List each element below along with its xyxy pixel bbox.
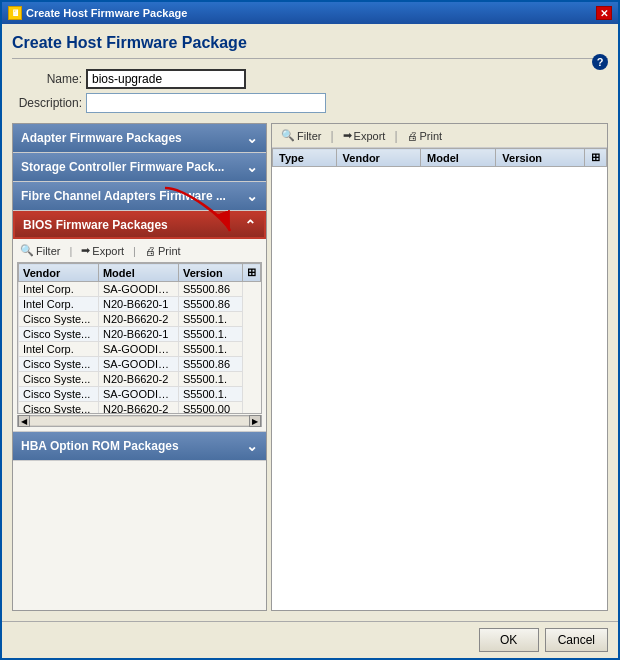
table-cell: Cisco Syste... — [19, 327, 99, 342]
name-row: Name: — [12, 69, 608, 89]
bios-content: 🔍 Filter | ➡ Export | 🖨 — [13, 239, 266, 431]
table-cell: SA-GOODING — [98, 357, 178, 372]
chevron-down-icon-fibre: ⌄ — [246, 189, 258, 203]
table-cell: N20-B6620-2 — [98, 312, 178, 327]
right-print-button[interactable]: 🖨 Print — [404, 129, 446, 143]
dialog-window: 🖥 Create Host Firmware Package ✕ Create … — [0, 0, 620, 660]
dialog-content: Create Host Firmware Package ? Name: Des… — [2, 24, 618, 621]
chevron-down-icon-storage: ⌄ — [246, 160, 258, 174]
name-input[interactable] — [86, 69, 246, 89]
table-cell: S5500.1. — [178, 342, 242, 357]
table-cell: S5500.1. — [178, 372, 242, 387]
accordion-header-storage[interactable]: Storage Controller Firmware Pack... ⌄ — [13, 153, 266, 181]
right-col-settings[interactable]: ⊞ — [585, 149, 607, 167]
table-cell: SA-GOODING — [98, 282, 178, 297]
export-icon: ➡ — [81, 244, 90, 257]
right-col-vendor: Vendor — [336, 149, 421, 167]
table-cell: Cisco Syste... — [19, 387, 99, 402]
ok-button[interactable]: OK — [479, 628, 539, 652]
chevron-up-icon-bios: ⌄ — [244, 218, 256, 232]
accordion-storage: Storage Controller Firmware Pack... ⌄ — [13, 153, 266, 182]
main-panels: Adapter Firmware Packages ⌄ Storage Cont… — [12, 123, 608, 611]
right-table-container: Type Vendor Model Version ⊞ — [272, 148, 607, 610]
bios-col-settings[interactable]: ⊞ — [243, 264, 261, 282]
table-cell: N20-B6620-2 — [98, 372, 178, 387]
right-filter-button[interactable]: 🔍 Filter — [278, 128, 324, 143]
table-cell: SA-GOODING — [98, 342, 178, 357]
accordion-header-hba[interactable]: HBA Option ROM Packages ⌄ — [13, 432, 266, 460]
bios-filter-button[interactable]: 🔍 Filter — [17, 243, 63, 258]
table-cell: Intel Corp. — [19, 342, 99, 357]
table-row[interactable]: Intel Corp.N20-B6620-1S5500.86 — [19, 297, 261, 312]
print-icon: 🖨 — [145, 245, 156, 257]
left-panel: Adapter Firmware Packages ⌄ Storage Cont… — [12, 123, 267, 611]
table-cell: SA-GOODING — [98, 387, 178, 402]
bios-export-button[interactable]: ➡ Export — [78, 243, 127, 258]
bios-col-vendor: Vendor — [19, 264, 99, 282]
right-panel: 🔍 Filter | ➡ Export | 🖨 Print — [271, 123, 608, 611]
bios-toolbar: 🔍 Filter | ➡ Export | 🖨 — [17, 243, 262, 258]
table-cell: Cisco Syste... — [19, 357, 99, 372]
accordion-header-bios[interactable]: BIOS Firmware Packages ⌄ — [13, 211, 266, 239]
right-filter-icon: 🔍 — [281, 129, 295, 142]
table-cell: S5500.00 — [178, 402, 242, 414]
scroll-track-horizontal — [30, 417, 249, 425]
dialog-footer: OK Cancel — [2, 621, 618, 658]
table-cell: S5500.86 — [178, 297, 242, 312]
bios-col-model: Model — [98, 264, 178, 282]
desc-row: Description: — [12, 93, 608, 113]
titlebar: 🖥 Create Host Firmware Package ✕ — [2, 2, 618, 24]
table-cell: N20-B6620-2 — [98, 402, 178, 414]
window-icon: 🖥 — [8, 6, 22, 20]
help-icon[interactable]: ? — [592, 54, 608, 70]
scroll-right-button[interactable]: ▶ — [249, 415, 261, 427]
table-cell: S5500.1. — [178, 387, 242, 402]
chevron-down-icon-adapter: ⌄ — [246, 131, 258, 145]
close-button[interactable]: ✕ — [596, 6, 612, 20]
bios-table: Vendor Model Version ⊞ Intel Corp.SA-GOO… — [18, 263, 261, 413]
table-cell: Cisco Syste... — [19, 312, 99, 327]
table-cell: S5500.86 — [178, 282, 242, 297]
name-label: Name: — [12, 72, 82, 86]
table-row[interactable]: Cisco Syste...N20-B6620-2S5500.1. — [19, 312, 261, 327]
accordion-header-fibre[interactable]: Fibre Channel Adapters Firmware ... ⌄ — [13, 182, 266, 210]
bios-print-button[interactable]: 🖨 Print — [142, 244, 184, 258]
table-cell: Intel Corp. — [19, 297, 99, 312]
dialog-title: Create Host Firmware Package — [12, 34, 608, 59]
filter-icon: 🔍 — [20, 244, 34, 257]
right-toolbar: 🔍 Filter | ➡ Export | 🖨 Print — [272, 124, 607, 148]
left-panel-scroll: Adapter Firmware Packages ⌄ Storage Cont… — [13, 124, 266, 610]
desc-input[interactable] — [86, 93, 326, 113]
accordion-header-adapter[interactable]: Adapter Firmware Packages ⌄ — [13, 124, 266, 152]
table-row[interactable]: Cisco Syste...N20-B6620-2S5500.1. — [19, 372, 261, 387]
accordion-label-bios: BIOS Firmware Packages — [23, 218, 168, 232]
table-row[interactable]: Cisco Syste...N20-B6620-1S5500.1. — [19, 327, 261, 342]
accordion-fibre: Fibre Channel Adapters Firmware ... ⌄ — [13, 182, 266, 211]
scroll-left-button[interactable]: ◀ — [18, 415, 30, 427]
table-row[interactable]: Cisco Syste...N20-B6620-2S5500.00 — [19, 402, 261, 414]
table-cell: S5500.1. — [178, 327, 242, 342]
bios-horizontal-scrollbar[interactable]: ◀ ▶ — [17, 415, 262, 427]
bios-table-scroll[interactable]: Vendor Model Version ⊞ Intel Corp.SA-GOO… — [18, 263, 261, 413]
right-col-model: Model — [421, 149, 496, 167]
accordion-adapter: Adapter Firmware Packages ⌄ — [13, 124, 266, 153]
accordion-label-adapter: Adapter Firmware Packages — [21, 131, 182, 145]
titlebar-title: Create Host Firmware Package — [26, 7, 187, 19]
table-cell: N20-B6620-1 — [98, 297, 178, 312]
table-row[interactable]: Intel Corp.SA-GOODINGS5500.86 — [19, 282, 261, 297]
bios-col-version: Version — [178, 264, 242, 282]
accordion-hba: HBA Option ROM Packages ⌄ — [13, 432, 266, 461]
table-row[interactable]: Cisco Syste...SA-GOODINGS5500.86 — [19, 357, 261, 372]
bios-table-wrapper: Vendor Model Version ⊞ Intel Corp.SA-GOO… — [17, 262, 262, 414]
table-row[interactable]: Cisco Syste...SA-GOODINGS5500.1. — [19, 387, 261, 402]
table-cell: Cisco Syste... — [19, 402, 99, 414]
right-export-button[interactable]: ➡ Export — [340, 128, 389, 143]
chevron-down-icon-hba: ⌄ — [246, 439, 258, 453]
table-cell: S5500.86 — [178, 357, 242, 372]
right-col-type: Type — [273, 149, 337, 167]
cancel-button[interactable]: Cancel — [545, 628, 608, 652]
desc-label: Description: — [12, 96, 82, 110]
table-row[interactable]: Intel Corp.SA-GOODINGS5500.1. — [19, 342, 261, 357]
table-cell: N20-B6620-1 — [98, 327, 178, 342]
right-export-icon: ➡ — [343, 129, 352, 142]
